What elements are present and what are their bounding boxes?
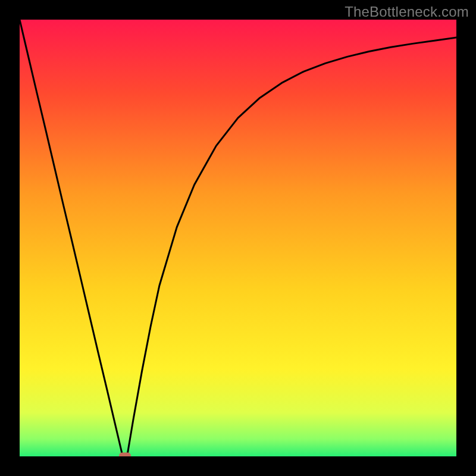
gradient-background — [20, 20, 456, 456]
watermark-text: TheBottleneck.com — [345, 4, 469, 20]
optimal-point-marker — [119, 452, 131, 456]
plot-area — [20, 20, 456, 456]
plot-svg — [20, 20, 456, 456]
chart-frame: TheBottleneck.com — [0, 0, 476, 476]
